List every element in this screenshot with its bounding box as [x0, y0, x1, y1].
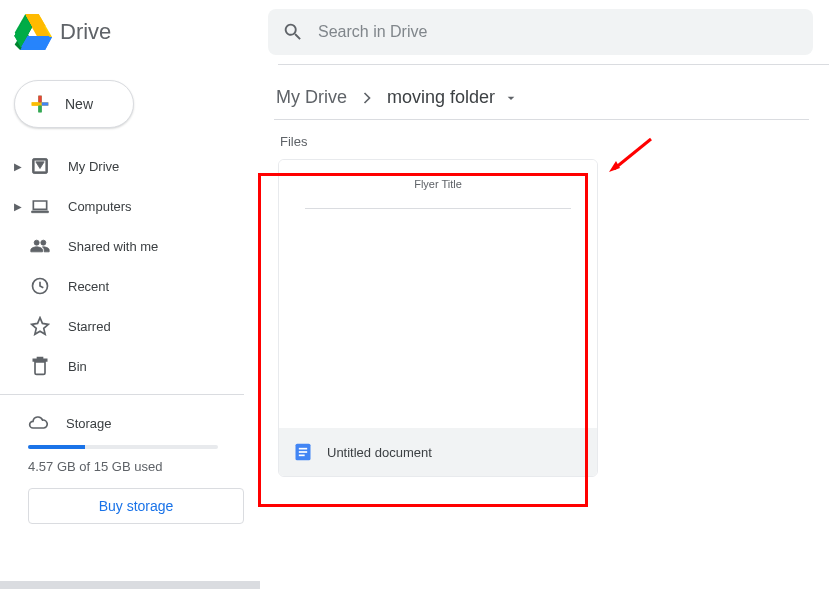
sidebar-item-storage[interactable]: Storage — [8, 403, 244, 439]
file-card[interactable]: Flyer Title Untitled document — [278, 159, 598, 477]
my-drive-icon — [30, 156, 50, 176]
svg-rect-3 — [38, 96, 41, 103]
expand-triangle-icon[interactable]: ▶ — [14, 201, 22, 212]
sidebar-item-label: My Drive — [68, 159, 119, 174]
sidebar-item-my-drive[interactable]: ▶ My Drive — [8, 146, 244, 186]
shared-icon — [30, 236, 50, 256]
google-docs-icon — [293, 442, 313, 462]
main-content: My Drive moving folder Files Flyer Title… — [256, 64, 829, 589]
svg-marker-14 — [609, 161, 620, 172]
new-button-label: New — [65, 96, 93, 112]
sidebar-item-label: Starred — [68, 319, 111, 334]
cloud-icon — [28, 413, 48, 433]
sidebar-item-label: Shared with me — [68, 239, 158, 254]
preview-title: Flyer Title — [305, 178, 571, 190]
svg-rect-4 — [42, 102, 49, 105]
header: Drive — [0, 0, 829, 64]
drive-logo-icon — [12, 12, 52, 52]
bin-icon — [30, 356, 50, 376]
sidebar-item-label: Bin — [68, 359, 87, 374]
file-footer: Untitled document — [279, 428, 597, 476]
sidebar-item-shared[interactable]: ▶ Shared with me — [8, 226, 244, 266]
sidebar: New ▶ My Drive ▶ Computers ▶ Shared with… — [0, 64, 256, 589]
recent-icon — [30, 276, 50, 296]
files-section-label: Files — [280, 134, 809, 149]
file-name: Untitled document — [327, 445, 432, 460]
breadcrumb-current[interactable]: moving folder — [385, 83, 497, 112]
sidebar-item-recent[interactable]: ▶ Recent — [8, 266, 244, 306]
search-bar[interactable] — [268, 9, 813, 55]
logo-block[interactable]: Drive — [12, 12, 268, 52]
file-preview: Flyer Title — [279, 160, 597, 428]
sidebar-item-starred[interactable]: ▶ Starred — [8, 306, 244, 346]
svg-rect-12 — [299, 455, 305, 457]
search-icon — [282, 21, 304, 43]
sidebar-item-label: Computers — [68, 199, 132, 214]
storage-usage-text: 4.57 GB of 15 GB used — [28, 459, 244, 474]
breadcrumb: My Drive moving folder — [274, 76, 809, 120]
computers-icon — [30, 196, 50, 216]
plus-icon — [25, 89, 55, 119]
app-name: Drive — [60, 19, 111, 45]
svg-rect-11 — [299, 451, 307, 453]
storage-label: Storage — [66, 416, 112, 431]
svg-rect-6 — [32, 102, 39, 105]
sidebar-item-bin[interactable]: ▶ Bin — [8, 346, 244, 386]
sidebar-item-label: Recent — [68, 279, 109, 294]
sidebar-item-computers[interactable]: ▶ Computers — [8, 186, 244, 226]
search-input[interactable] — [318, 23, 799, 41]
storage-bar — [28, 445, 234, 449]
dropdown-icon[interactable] — [503, 90, 519, 106]
scrollbar-shadow — [0, 581, 260, 589]
svg-rect-5 — [38, 106, 41, 113]
star-icon — [30, 316, 50, 336]
breadcrumb-root[interactable]: My Drive — [274, 83, 349, 112]
chevron-right-icon — [357, 88, 377, 108]
buy-storage-button[interactable]: Buy storage — [28, 488, 244, 524]
new-button[interactable]: New — [14, 80, 134, 128]
svg-rect-10 — [299, 448, 307, 450]
expand-triangle-icon[interactable]: ▶ — [14, 161, 22, 172]
